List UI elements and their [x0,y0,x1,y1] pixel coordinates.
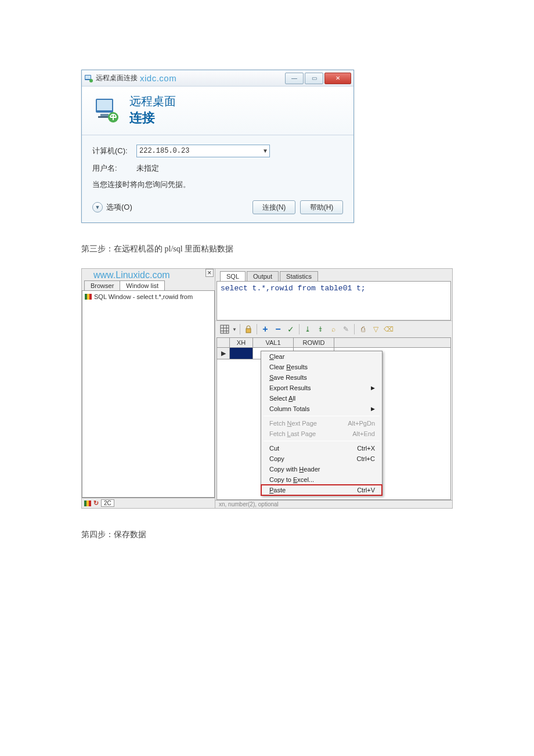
tab-browser[interactable]: Browser [84,280,120,290]
filter-icon[interactable]: ▽ [370,323,381,335]
window-buttons: — ▭ ✕ [284,73,351,84]
tree-item-label: SQL Window - select t.*,rowid from [94,293,193,300]
sql-window-icon [84,501,91,506]
plsql-window: www.Linuxidc.com ✕ Browser Window list S… [81,268,453,509]
username-value: 未指定 [136,163,159,174]
ctx-column-totals[interactable]: Column Totals▶ [261,404,382,414]
options-expand-icon: ▼ [92,202,103,213]
computer-combobox[interactable]: 222.185.0.23 ▼ [136,145,270,157]
ctx-fetch-next: Fetch Next PageAlt+PgDn [261,418,382,429]
tab-window-list[interactable]: Window list [120,280,165,290]
find-icon[interactable]: ⌕ [327,323,339,335]
col-val1[interactable]: VAL1 [253,338,294,347]
tab-statistics[interactable]: Statistics [280,271,318,281]
ctx-save-results[interactable]: Save Results [261,372,382,383]
tab-output[interactable]: Output [247,271,279,281]
plsql-sidebar: www.Linuxidc.com ✕ Browser Window list S… [82,269,215,508]
row-pointer-icon: ▶ [217,348,230,359]
ctx-separator [264,416,380,416]
help-button[interactable]: 帮助(H) [300,200,343,214]
ctx-separator [264,441,380,441]
maximize-button[interactable]: ▭ [305,73,323,84]
ctx-clear[interactable]: Clear [261,351,382,362]
edit-icon[interactable]: ✎ [340,323,352,335]
ctx-copy[interactable]: CopyCtrl+C [261,453,382,464]
svg-rect-1 [85,75,91,79]
step3-text: 第三步：在远程机器的 pl/sql 里面粘贴数据 [81,244,453,254]
sql-window-icon [85,294,92,300]
remove-row-icon[interactable]: − [272,323,284,335]
lock-icon[interactable] [243,323,254,335]
rdp-app-icon [84,74,93,83]
svg-rect-9 [221,325,229,333]
tree-item-sql-window[interactable]: SQL Window - select t.*,rowid from [85,293,212,300]
step4-text: 第四步：保存数据 [81,530,453,540]
grid-header: XH VAL1 ROWID [217,338,450,348]
ctx-export-results[interactable]: Export Results▶ [261,383,382,393]
export-icon[interactable]: ⎙ [357,323,369,335]
svg-rect-4 [97,100,112,110]
options-label: 选项(O) [106,202,132,213]
tab-sql[interactable]: SQL [220,271,246,281]
rdp-window: 远程桌面连接 xidc.com — ▭ ✕ [81,70,354,223]
result-grid[interactable]: XH VAL1 ROWID ▶ Clear Clear Results Save… [217,337,451,500]
options-toggle[interactable]: ▼ 选项(O) [92,202,132,213]
ctx-cut[interactable]: CutCtrl+X [261,443,382,453]
rdp-header-line2: 连接 [129,109,176,127]
connect-button[interactable]: 连接(N) [252,200,295,214]
sql-text: select t.*,rowid from table01 t; [221,284,366,293]
username-label: 用户名: [92,163,136,174]
status-mode: 2C [101,499,114,507]
sql-editor[interactable]: select t.*,rowid from table01 t; [217,281,451,321]
ctx-clear-results[interactable]: Clear Results [261,362,382,372]
rdp-logo-icon [92,96,120,124]
dropdown-icon[interactable]: ▼ [232,323,237,335]
grid-view-icon[interactable] [219,323,230,335]
fetch-all-icon[interactable]: ⤈ [315,323,326,335]
grid-status-hint: xn, number(2), optional [215,500,452,508]
rdp-titlebar[interactable]: 远程桌面连接 xidc.com — ▭ ✕ [82,70,353,87]
rdp-header-text: 远程桌面 连接 [129,93,176,127]
minimize-button[interactable]: — [285,73,304,84]
clear-icon[interactable]: ⌫ [383,323,394,335]
svg-point-2 [89,79,93,82]
commit-icon[interactable]: ✓ [285,323,297,335]
plsql-main: SQL Output Statistics select t.*,rowid f… [215,269,452,508]
rdp-header: 远程桌面 连接 [82,87,353,135]
cell-xh[interactable] [230,348,253,359]
col-rowid[interactable]: ROWID [294,338,334,347]
close-button[interactable]: ✕ [324,73,351,84]
add-row-icon[interactable]: + [259,323,271,335]
ctx-copy-header[interactable]: Copy with Header [261,464,382,474]
rdp-header-line1: 远程桌面 [129,93,176,109]
sidebar-statusbar: ↻ 2C [82,498,215,508]
svg-rect-10 [246,329,251,333]
grid-corner[interactable] [217,338,230,347]
watermark-text: xidc.com [140,73,176,83]
svg-rect-5 [100,114,109,116]
credentials-note: 当您连接时将向您询问凭据。 [92,179,343,190]
computer-label: 计算机(C): [92,146,136,156]
watermark-text: www.Linuxidc.com [93,270,170,280]
col-xh[interactable]: XH [230,338,253,347]
rdp-body: 计算机(C): 222.185.0.23 ▼ 用户名: 未指定 当您连接时将向您… [82,135,353,195]
ctx-fetch-last: Fetch Last PageAlt+End [261,429,382,439]
sidebar-tabs: Browser Window list [84,280,212,290]
ctx-paste[interactable]: PasteCtrl+V [261,485,382,495]
editor-tabs: SQL Output Statistics [215,269,452,281]
panel-close-icon[interactable]: ✕ [205,269,214,277]
ctx-copy-excel[interactable]: Copy to Excel... [261,474,382,485]
ctx-select-all[interactable]: Select All [261,393,382,404]
chevron-down-icon[interactable]: ▼ [264,148,267,154]
window-list-tree[interactable]: SQL Window - select t.*,rowid from [82,290,215,498]
computer-value: 222.185.0.23 [139,147,189,155]
rdp-title-text: 远程桌面连接 [96,73,138,83]
refresh-icon[interactable]: ↻ [93,499,99,507]
rdp-footer: ▼ 选项(O) 连接(N) 帮助(H) [82,195,353,222]
result-toolbar: ▼ + − ✓ ⤓ ⤈ ⌕ ✎ ⎙ ▽ ⌫ [215,321,452,337]
context-menu: Clear Clear Results Save Results Export … [261,351,383,496]
fetch-icon[interactable]: ⤓ [302,323,313,335]
